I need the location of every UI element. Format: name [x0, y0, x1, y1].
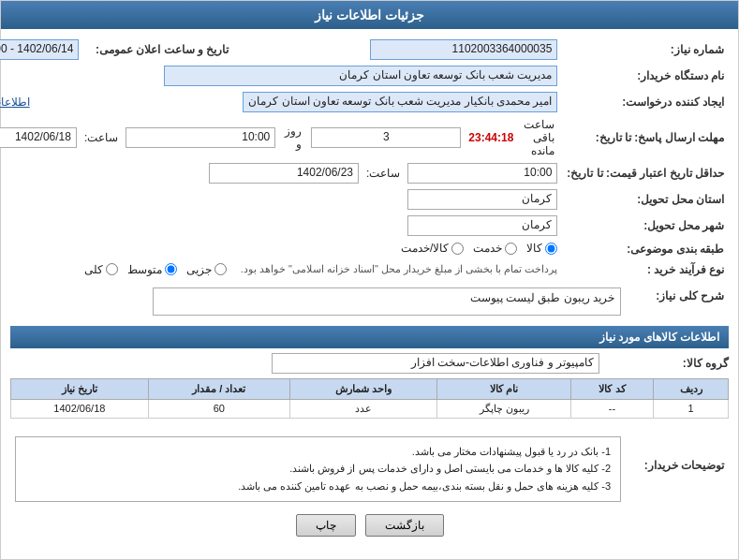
- kala-table-header-row: ردیف کد کالا نام کالا واحد شمارش تعداد /…: [11, 378, 729, 399]
- hadaqal-saat-box: 10:00: [407, 163, 557, 184]
- nam-dastgah-label: نام دستگاه خریدار:: [562, 63, 729, 89]
- sharh-label: شرح کلی نیاز:: [626, 285, 729, 318]
- tabaqe-kala-radio[interactable]: [545, 243, 557, 255]
- notes-line-2: 2- کلیه کالا ها و خدمات می بایستی اصل و …: [25, 460, 611, 478]
- print-button[interactable]: چاپ: [296, 514, 356, 537]
- tabaqe-label: طبقه بندی موضوعی:: [562, 239, 729, 260]
- hadaqal-label: حداقل تاریخ اعتبار قیمت: تا تاریخ:: [562, 160, 729, 186]
- tarikh-saat-value: 1402/06/14 - 10:00: [0, 39, 79, 60]
- section-kala-header: اطلاعات کالاهای مورد نیاز: [10, 326, 729, 348]
- now-farayand-label: نوع فرآیند خرید :: [562, 260, 729, 279]
- main-content: شماره نیاز: 1102003364000035 تاریخ و ساع…: [1, 29, 738, 544]
- row-mohlat: مهلت ارسال پاسخ: تا تاریخ: 1402/06/18 سا…: [0, 115, 729, 160]
- mohlat-rooz-value: 3: [311, 127, 461, 148]
- col-vahed: واحد شمارش: [289, 378, 436, 399]
- cell-tarikh: 1402/06/18: [11, 399, 149, 418]
- tabaqe-khadamat-item: خدمت: [473, 242, 517, 255]
- ijad-konande-label: ایجاد کننده درخواست:: [562, 89, 729, 115]
- page-header: جزئیات اطلاعات نیاز: [1, 1, 738, 29]
- ostan-value: کرمان: [407, 189, 557, 210]
- mohlat-saat-label: ساعت:: [84, 131, 118, 144]
- cell-kod-kala: --: [570, 399, 653, 418]
- row-shahr: شهر محل تحویل: کرمان: [0, 213, 729, 239]
- info-table: شماره نیاز: 1102003364000035 تاریخ و ساع…: [0, 37, 729, 279]
- mohlat-label: مهلت ارسال پاسخ: تا تاریخ:: [562, 115, 729, 160]
- tabaqe-radio-group: کالا خدمت کالا/خدمت: [401, 242, 557, 255]
- row-nam-dastgah: نام دستگاه خریدار: مدیریت شعب بانک توسعه…: [0, 63, 729, 89]
- kala-table-body: 1 -- ریبون چاپگر عدد 60 1402/06/18: [11, 399, 729, 418]
- mohlat-rooz-label: روز و: [285, 125, 302, 151]
- back-button[interactable]: بازگشت: [365, 514, 444, 537]
- group-kala-label: گروه کالا:: [607, 357, 729, 370]
- row-tabaqe: طبقه بندی موضوعی: کالا خدمت: [0, 239, 729, 260]
- shomara-label: شماره نیاز:: [562, 37, 729, 63]
- row-ostan: استان محل تحویل: کرمان: [0, 186, 729, 213]
- sharh-value: خرید ریبون طبق لیست پیوست: [153, 287, 621, 316]
- col-nam-kala: نام کالا: [437, 378, 570, 399]
- now-jozei-item: جزیی: [186, 263, 227, 276]
- cell-radif: 1: [654, 399, 729, 418]
- table-row: 1 -- ریبون چاپگر عدد 60 1402/06/18: [11, 399, 729, 418]
- notes-line-1: 1- بانک در رد یا قبول پیشنهادات مختار می…: [25, 443, 611, 461]
- hadaqal-saat-label: ساعت:: [366, 167, 400, 180]
- shahr-label: شهر محل تحویل:: [562, 213, 729, 239]
- cell-vahed: عدد: [289, 399, 436, 418]
- mohlat-baqi-label: ساعت باقی مانده: [524, 118, 554, 157]
- now-jozei-label: جزیی: [186, 263, 212, 276]
- page-wrapper: جزئیات اطلاعات نیاز شماره نیاز: 11020033…: [0, 0, 739, 560]
- now-motavaset-item: متوسط: [127, 263, 177, 276]
- ettelaat-tamas-link[interactable]: اطلاعات تماس خریدار: [0, 96, 30, 109]
- col-kod-kala: کد کالا: [570, 378, 653, 399]
- hadaqal-date-box: 1402/06/23: [209, 163, 359, 184]
- tabaqe-kala-khadamat-radio[interactable]: [451, 243, 464, 255]
- now-kolli-radio[interactable]: [106, 263, 118, 275]
- row-hadaqal: حداقل تاریخ اعتبار قیمت: تا تاریخ: 1402/…: [0, 160, 729, 186]
- cell-tedad: 60: [148, 399, 289, 418]
- sharh-table: شرح کلی نیاز: خرید ریبون طبق لیست پیوست: [10, 285, 729, 318]
- tarikh-saat-label: تاریخ و ساعت اعلان عمومی:: [83, 37, 233, 63]
- col-tarikh: تاریخ نیاز: [11, 378, 149, 399]
- kala-table-head: ردیف کد کالا نام کالا واحد شمارش تعداد /…: [11, 378, 729, 399]
- section-kala-title: اطلاعات کالاهای مورد نیاز: [599, 331, 719, 344]
- tabaqe-kala-label: کالا: [526, 242, 542, 255]
- group-kala-row: گروه کالا: کامپیوتر و فناوری اطلاعات-سخت…: [10, 353, 729, 374]
- row-ijad-konande: ایجاد کننده درخواست: امیر محمدی بانکیار …: [0, 89, 729, 115]
- notes-content: 1- بانک در رد یا قبول پیشنهادات مختار می…: [15, 436, 621, 502]
- notes-row: توضیحات خریدار: 1- بانک در رد یا قبول پی…: [10, 426, 729, 505]
- page-title: جزئیات اطلاعات نیاز: [315, 7, 424, 22]
- mohlat-saat-box: 10:00: [126, 127, 275, 148]
- tabaqe-khadamat-radio[interactable]: [505, 243, 517, 255]
- row-sharh: شرح کلی نیاز: خرید ریبون طبق لیست پیوست: [10, 285, 729, 318]
- nam-dastgah-value: مدیریت شعب بانک توسعه تعاون استان کرمان: [164, 66, 557, 86]
- col-tedad: تعداد / مقدار: [148, 378, 289, 399]
- now-radio-group: جزیی متوسط کلی: [84, 263, 227, 276]
- col-radif: ردیف: [654, 378, 729, 399]
- notes-line-3: 3- کلیه هزینه های حمل و نقل بسته بندی،بی…: [25, 478, 611, 495]
- notes-table: توضیحات خریدار: 1- بانک در رد یا قبول پی…: [10, 426, 729, 505]
- shahr-value: کرمان: [407, 215, 557, 236]
- tabaqe-kala-khadamat-item: کالا/خدمت: [401, 242, 464, 255]
- group-kala-value: کامپیوتر و فناوری اطلاعات-سخت افزار: [272, 353, 599, 374]
- cell-nam-kala: ریبون چاپگر: [437, 399, 570, 418]
- mohlat-date-box: 1402/06/18: [0, 127, 77, 148]
- now-description: پرداخت تمام با بخشی از مبلغ خریدار محل "…: [241, 263, 558, 275]
- mohlat-countdown: 23:44:18: [468, 131, 513, 144]
- now-motavaset-radio[interactable]: [165, 263, 177, 275]
- now-jozei-radio[interactable]: [214, 263, 227, 275]
- ijad-konande-value: امیر محمدی بانکیار مدیریت شعب بانک توسعه…: [243, 92, 557, 112]
- tabaqe-khadamat-label: خدمت: [473, 242, 502, 255]
- now-motavaset-label: متوسط: [127, 263, 162, 276]
- shomara-value: 1102003364000035: [370, 39, 557, 60]
- kala-table: ردیف کد کالا نام کالا واحد شمارش تعداد /…: [10, 378, 729, 419]
- now-kolli-label: کلی: [84, 263, 103, 276]
- row-shomara: شماره نیاز: 1102003364000035 تاریخ و ساع…: [0, 37, 729, 63]
- notes-label: توضیحات خریدار:: [626, 426, 729, 505]
- tabaqe-kala-item: کالا: [526, 242, 557, 255]
- buttons-row: بازگشت چاپ: [10, 514, 729, 537]
- row-now-farayand: نوع فرآیند خرید : جزیی متوسط: [0, 260, 729, 279]
- now-kolli-item: کلی: [84, 263, 118, 276]
- tabaqe-kala-khadamat-label: کالا/خدمت: [401, 242, 449, 255]
- ostan-label: استان محل تحویل:: [562, 186, 729, 213]
